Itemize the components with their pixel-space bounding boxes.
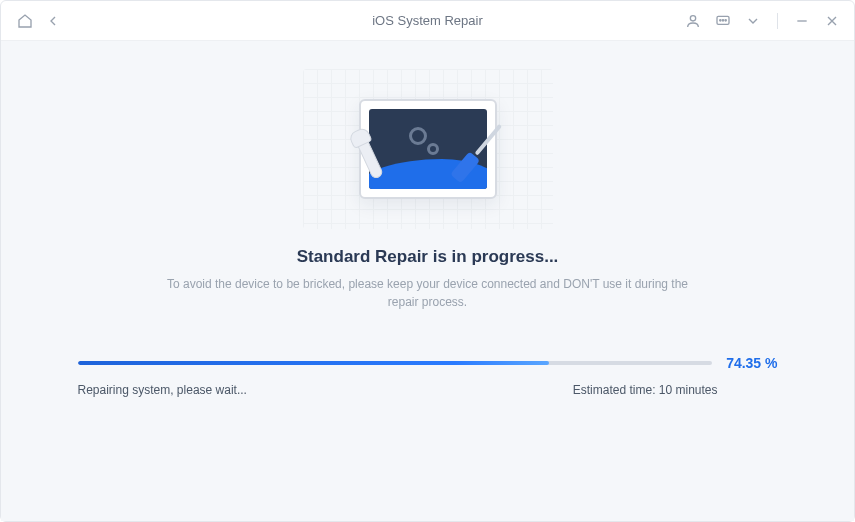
minimize-icon[interactable]	[794, 13, 810, 29]
user-icon[interactable]	[685, 13, 701, 29]
estimated-time: Estimated time: 10 minutes	[573, 383, 718, 397]
content-area: Standard Repair is in progress... To avo…	[1, 41, 854, 521]
home-icon[interactable]	[17, 13, 33, 29]
feedback-icon[interactable]	[715, 13, 731, 29]
title-bar: iOS System Repair	[1, 1, 854, 41]
back-icon[interactable]	[45, 13, 61, 29]
svg-point-2	[720, 19, 721, 20]
titlebar-right	[685, 13, 840, 29]
illustration	[303, 69, 553, 229]
progress-section: 74.35 % Repairing system, please wait...…	[78, 355, 778, 397]
close-icon[interactable]	[824, 13, 840, 29]
titlebar-left	[17, 13, 61, 29]
progress-fill	[78, 361, 550, 365]
chevron-down-icon[interactable]	[745, 13, 761, 29]
svg-point-4	[725, 19, 726, 20]
progress-percent: 74.35 %	[726, 355, 777, 371]
gear-icon	[409, 127, 427, 145]
progress-subtext: To avoid the device to be bricked, pleas…	[163, 275, 693, 311]
progress-bar	[78, 361, 713, 365]
progress-heading: Standard Repair is in progress...	[297, 247, 559, 267]
progress-status-text: Repairing system, please wait...	[78, 383, 247, 397]
svg-point-0	[690, 15, 695, 20]
svg-point-3	[722, 19, 723, 20]
app-window: iOS System Repair	[0, 0, 855, 522]
titlebar-divider	[777, 13, 778, 29]
